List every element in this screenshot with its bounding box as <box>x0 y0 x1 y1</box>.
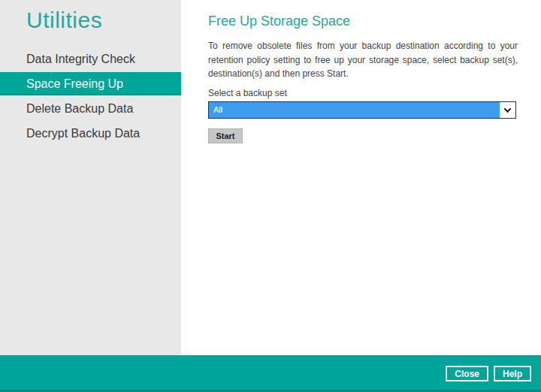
chevron-glyph <box>504 105 512 113</box>
sidebar-item-space-freeing-up[interactable]: Space Freeing Up <box>0 72 181 95</box>
backup-set-select[interactable]: All <box>208 101 516 119</box>
close-button[interactable]: Close <box>446 366 488 381</box>
backup-set-selected-value: All <box>209 102 500 118</box>
main-panel: Free Up Storage Space To remove obsolete… <box>181 0 541 355</box>
description-text: To remove obsolete files from your backu… <box>208 39 518 81</box>
sidebar-item-decrypt-backup-data[interactable]: Decrypt Backup Data <box>0 122 181 145</box>
sidebar-item-data-integrity-check[interactable]: Data Integrity Check <box>0 47 181 71</box>
footer-bar: Close Help <box>0 355 541 392</box>
sidebar: Utilities Data Integrity Check Space Fre… <box>0 0 181 355</box>
backup-set-label: Select a backup set <box>208 88 541 98</box>
utilities-window: Utilities Data Integrity Check Space Fre… <box>0 0 541 392</box>
page-title: Free Up Storage Space <box>208 14 541 29</box>
sidebar-title: Utilities <box>26 8 181 33</box>
chevron-down-icon[interactable] <box>500 102 515 118</box>
help-button[interactable]: Help <box>494 366 531 381</box>
sidebar-item-delete-backup-data[interactable]: Delete Backup Data <box>0 97 181 120</box>
start-button[interactable]: Start <box>208 128 243 143</box>
sidebar-nav: Data Integrity Check Space Freeing Up De… <box>0 47 181 145</box>
